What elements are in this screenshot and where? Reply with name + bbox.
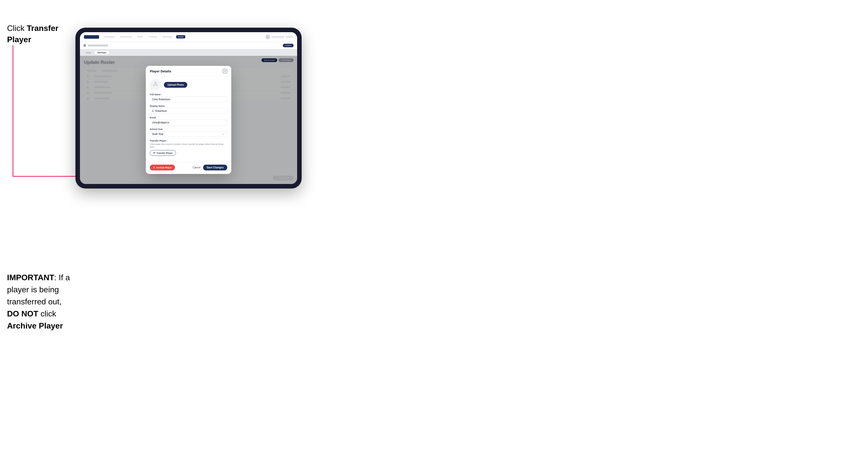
nav-item-teams[interactable]: Teams (135, 35, 145, 38)
archive-player-button[interactable]: ⬇ Archive Player (150, 165, 175, 170)
school-year-select[interactable]: Sixth Year (150, 131, 227, 137)
modal-body: Upload Photo Full Name Display Name (146, 76, 231, 162)
modal-footer: ⬇ Archive Player Cancel Save Changes (146, 162, 231, 174)
transfer-player-section: Transfer Player If this player has moved… (150, 139, 227, 156)
svg-point-0 (154, 82, 156, 84)
archive-warning-text: Archive Player (7, 321, 63, 330)
transfer-player-label: Transfer Player (150, 139, 227, 142)
nav-item-dashboard[interactable]: Dashboard (103, 35, 116, 38)
nav-item-add-player[interactable]: Add Player (161, 35, 174, 38)
avatar (150, 79, 161, 90)
cancel-button[interactable]: Cancel (192, 166, 200, 169)
breadcrumb-icon (84, 44, 86, 47)
app-header: Dashboard Tournaments Teams Schedule Add… (80, 32, 297, 42)
full-name-input[interactable] (150, 96, 227, 102)
save-changes-button[interactable]: Save Changes (203, 165, 227, 170)
breadcrumb-text (88, 44, 108, 46)
full-name-group: Full Name (150, 93, 227, 102)
important-instruction: IMPORTANT: If a player is being transfer… (7, 171, 75, 332)
instruction-area: Click Transfer Player (7, 23, 75, 50)
do-not-text: DO NOT (7, 309, 38, 318)
tab-roster[interactable]: Roster (84, 51, 94, 54)
click-prefix: Click (7, 24, 27, 33)
nav-items: Dashboard Tournaments Teams Schedule Add… (103, 35, 261, 38)
header-action (285, 36, 293, 38)
page-actions-right: Create ▸ (283, 44, 293, 47)
sub-header: Create ▸ (80, 42, 297, 49)
nav-item-schedule[interactable]: Schedule (147, 35, 158, 38)
display-name-label: Display Name (150, 105, 227, 107)
display-name-input[interactable] (150, 108, 227, 114)
modal-title: Player Details (150, 69, 171, 73)
tablet-screen: Dashboard Tournaments Teams Schedule Add… (80, 32, 297, 184)
transfer-icon: ⟳ (153, 152, 155, 154)
modal-close-button[interactable]: × (223, 69, 227, 73)
player-details-modal: Player Details × (146, 66, 231, 174)
user-icon (153, 82, 158, 88)
header-avatar (266, 35, 270, 39)
nav-item-tournaments[interactable]: Tournaments (118, 35, 133, 38)
transfer-player-description: If this player has moved to another scho… (150, 143, 227, 148)
important-text: IMPORTANT: If a player is being transfer… (7, 272, 75, 332)
important-label: IMPORTANT (7, 273, 54, 282)
full-name-label: Full Name (150, 93, 227, 96)
main-content: Update Roster (80, 56, 297, 184)
transfer-player-button[interactable]: ⟳ Transfer Player (150, 150, 176, 156)
transfer-button-label: Transfer Player (156, 152, 173, 154)
archive-icon: ⬇ (153, 166, 155, 169)
tab-add-player[interactable]: Add Player (95, 51, 109, 54)
tab-bar: Roster Add Player (80, 49, 297, 56)
page-action-btn: Create ▸ (283, 44, 293, 47)
school-year-label: School Year (150, 128, 227, 130)
important-link-text: click (38, 309, 56, 318)
header-right (266, 35, 293, 39)
vertical-annotation-line (12, 45, 13, 176)
school-year-group: School Year Sixth Year (150, 128, 227, 137)
tablet-device: Dashboard Tournaments Teams Schedule Add… (75, 28, 302, 188)
nav-item-roster[interactable]: Roster (176, 35, 185, 38)
app-logo (84, 35, 99, 39)
upload-photo-button[interactable]: Upload Photo (164, 82, 187, 88)
email-group: Email (150, 116, 227, 125)
email-label: Email (150, 116, 227, 119)
modal-overlay: Player Details × (80, 56, 297, 184)
archive-button-label: Archive Player (156, 166, 172, 169)
display-name-group: Display Name (150, 105, 227, 114)
email-input[interactable] (150, 120, 227, 125)
modal-header: Player Details × (146, 66, 231, 76)
header-user-name (272, 36, 284, 38)
avatar-section: Upload Photo (150, 79, 227, 90)
instruction-click-text: Click Transfer Player (7, 23, 75, 45)
footer-right-actions: Cancel Save Changes (192, 165, 227, 170)
